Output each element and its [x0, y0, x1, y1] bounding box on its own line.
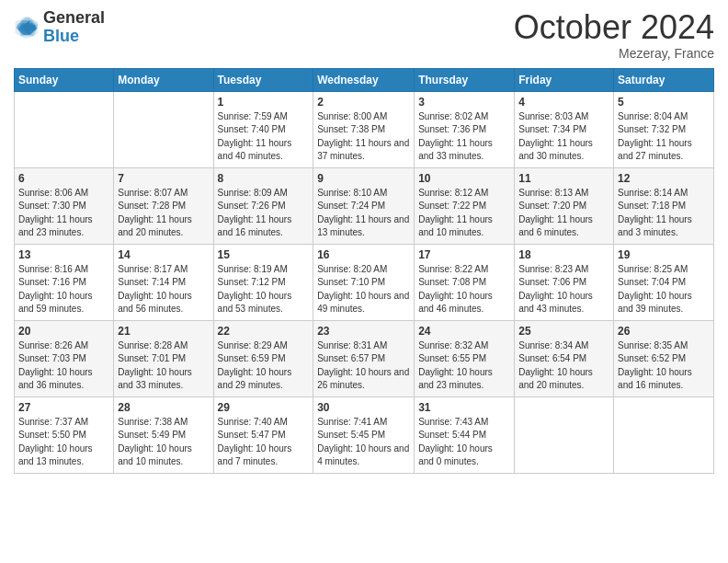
calendar-cell: 24Sunrise: 8:32 AM Sunset: 6:55 PM Dayli… [415, 320, 515, 396]
calendar-cell: 27Sunrise: 7:37 AM Sunset: 5:50 PM Dayli… [15, 396, 114, 473]
day-number: 28 [118, 401, 209, 414]
day-info: Sunrise: 8:16 AM Sunset: 7:16 PM Dayligh… [18, 263, 109, 316]
day-info: Sunrise: 8:14 AM Sunset: 7:18 PM Dayligh… [618, 187, 710, 240]
day-info: Sunrise: 8:23 AM Sunset: 7:06 PM Dayligh… [518, 263, 609, 316]
calendar-cell: 22Sunrise: 8:29 AM Sunset: 6:59 PM Dayli… [213, 320, 313, 396]
day-info: Sunrise: 8:22 AM Sunset: 7:08 PM Dayligh… [418, 263, 510, 316]
day-info: Sunrise: 8:10 AM Sunset: 7:24 PM Dayligh… [317, 187, 410, 240]
day-number: 14 [118, 248, 209, 261]
day-number: 6 [18, 172, 109, 185]
day-info: Sunrise: 8:32 AM Sunset: 6:55 PM Dayligh… [418, 339, 510, 393]
logo-blue-text: Blue [43, 28, 105, 46]
day-number: 31 [418, 401, 510, 414]
calendar: SundayMondayTuesdayWednesdayThursdayFrid… [14, 68, 714, 474]
calendar-cell [114, 91, 213, 167]
day-header-tuesday: Tuesday [213, 68, 313, 91]
day-number: 17 [418, 248, 510, 261]
calendar-cell: 31Sunrise: 7:43 AM Sunset: 5:44 PM Dayli… [415, 396, 515, 473]
week-row-3: 13Sunrise: 8:16 AM Sunset: 7:16 PM Dayli… [15, 244, 714, 320]
day-info: Sunrise: 8:28 AM Sunset: 7:01 PM Dayligh… [118, 339, 209, 393]
day-number: 13 [18, 248, 109, 261]
day-number: 21 [118, 325, 209, 338]
day-number: 3 [418, 96, 510, 109]
day-number: 9 [317, 172, 410, 185]
day-info: Sunrise: 8:07 AM Sunset: 7:28 PM Dayligh… [118, 187, 209, 240]
header-row: SundayMondayTuesdayWednesdayThursdayFrid… [15, 68, 714, 91]
day-number: 24 [418, 325, 510, 338]
day-number: 15 [218, 248, 310, 261]
day-info: Sunrise: 8:20 AM Sunset: 7:10 PM Dayligh… [317, 263, 410, 316]
week-row-5: 27Sunrise: 7:37 AM Sunset: 5:50 PM Dayli… [15, 396, 714, 473]
day-info: Sunrise: 8:06 AM Sunset: 7:30 PM Dayligh… [18, 187, 109, 240]
day-number: 8 [218, 172, 310, 185]
logo-text: General Blue [43, 9, 105, 46]
day-info: Sunrise: 8:17 AM Sunset: 7:14 PM Dayligh… [118, 263, 209, 316]
day-info: Sunrise: 8:13 AM Sunset: 7:20 PM Dayligh… [518, 187, 609, 240]
calendar-cell: 2Sunrise: 8:00 AM Sunset: 7:38 PM Daylig… [313, 91, 415, 167]
day-number: 20 [18, 325, 109, 338]
calendar-cell: 16Sunrise: 8:20 AM Sunset: 7:10 PM Dayli… [313, 244, 415, 320]
calendar-cell: 30Sunrise: 7:41 AM Sunset: 5:45 PM Dayli… [313, 396, 415, 473]
calendar-cell: 6Sunrise: 8:06 AM Sunset: 7:30 PM Daylig… [15, 167, 114, 244]
location: Mezeray, France [514, 46, 714, 61]
calendar-cell: 8Sunrise: 8:09 AM Sunset: 7:26 PM Daylig… [213, 167, 313, 244]
day-info: Sunrise: 7:43 AM Sunset: 5:44 PM Dayligh… [418, 416, 510, 469]
calendar-cell: 29Sunrise: 7:40 AM Sunset: 5:47 PM Dayli… [213, 396, 313, 473]
day-number: 16 [317, 248, 410, 261]
header: General Blue October 2024 Mezeray, Franc… [14, 9, 714, 61]
day-header-sunday: Sunday [15, 68, 114, 91]
calendar-cell: 3Sunrise: 8:02 AM Sunset: 7:36 PM Daylig… [415, 91, 515, 167]
day-info: Sunrise: 8:04 AM Sunset: 7:32 PM Dayligh… [618, 110, 710, 164]
calendar-cell: 28Sunrise: 7:38 AM Sunset: 5:49 PM Dayli… [114, 396, 213, 473]
calendar-cell: 14Sunrise: 8:17 AM Sunset: 7:14 PM Dayli… [114, 244, 213, 320]
day-info: Sunrise: 7:38 AM Sunset: 5:49 PM Dayligh… [118, 416, 209, 469]
calendar-cell: 11Sunrise: 8:13 AM Sunset: 7:20 PM Dayli… [515, 167, 614, 244]
day-number: 19 [618, 248, 710, 261]
day-number: 29 [218, 401, 310, 414]
day-info: Sunrise: 8:12 AM Sunset: 7:22 PM Dayligh… [418, 187, 510, 240]
month-title: October 2024 [514, 9, 714, 46]
day-number: 10 [418, 172, 510, 185]
calendar-cell [515, 396, 614, 473]
day-info: Sunrise: 8:09 AM Sunset: 7:26 PM Dayligh… [218, 187, 310, 240]
calendar-cell [614, 396, 714, 473]
day-number: 23 [317, 325, 410, 338]
calendar-cell: 1Sunrise: 7:59 AM Sunset: 7:40 PM Daylig… [213, 91, 313, 167]
week-row-2: 6Sunrise: 8:06 AM Sunset: 7:30 PM Daylig… [15, 167, 714, 244]
calendar-cell: 19Sunrise: 8:25 AM Sunset: 7:04 PM Dayli… [614, 244, 714, 320]
logo: General Blue [14, 9, 105, 46]
calendar-cell: 23Sunrise: 8:31 AM Sunset: 6:57 PM Dayli… [313, 320, 415, 396]
day-number: 30 [317, 401, 410, 414]
day-info: Sunrise: 7:37 AM Sunset: 5:50 PM Dayligh… [18, 416, 109, 469]
day-number: 5 [618, 96, 710, 109]
calendar-cell: 26Sunrise: 8:35 AM Sunset: 6:52 PM Dayli… [614, 320, 714, 396]
day-info: Sunrise: 8:34 AM Sunset: 6:54 PM Dayligh… [518, 339, 609, 393]
title-block: October 2024 Mezeray, France [514, 9, 714, 61]
day-info: Sunrise: 8:19 AM Sunset: 7:12 PM Dayligh… [218, 263, 310, 316]
day-info: Sunrise: 8:25 AM Sunset: 7:04 PM Dayligh… [618, 263, 710, 316]
day-header-thursday: Thursday [415, 68, 515, 91]
day-header-friday: Friday [515, 68, 614, 91]
calendar-cell: 18Sunrise: 8:23 AM Sunset: 7:06 PM Dayli… [515, 244, 614, 320]
day-number: 1 [218, 96, 310, 109]
day-info: Sunrise: 7:59 AM Sunset: 7:40 PM Dayligh… [218, 110, 310, 164]
day-info: Sunrise: 8:31 AM Sunset: 6:57 PM Dayligh… [317, 339, 410, 393]
day-info: Sunrise: 8:03 AM Sunset: 7:34 PM Dayligh… [518, 110, 609, 164]
day-number: 4 [518, 96, 609, 109]
day-number: 18 [518, 248, 609, 261]
calendar-header: SundayMondayTuesdayWednesdayThursdayFrid… [15, 68, 714, 91]
day-info: Sunrise: 7:40 AM Sunset: 5:47 PM Dayligh… [218, 416, 310, 469]
calendar-cell: 5Sunrise: 8:04 AM Sunset: 7:32 PM Daylig… [614, 91, 714, 167]
day-number: 12 [618, 172, 710, 185]
day-number: 25 [518, 325, 609, 338]
calendar-cell: 9Sunrise: 8:10 AM Sunset: 7:24 PM Daylig… [313, 167, 415, 244]
day-info: Sunrise: 8:00 AM Sunset: 7:38 PM Dayligh… [317, 110, 410, 164]
day-number: 27 [18, 401, 109, 414]
day-number: 7 [118, 172, 209, 185]
page: General Blue October 2024 Mezeray, Franc… [0, 0, 728, 563]
day-header-saturday: Saturday [614, 68, 714, 91]
calendar-cell: 17Sunrise: 8:22 AM Sunset: 7:08 PM Dayli… [415, 244, 515, 320]
calendar-cell: 4Sunrise: 8:03 AM Sunset: 7:34 PM Daylig… [515, 91, 614, 167]
calendar-body: 1Sunrise: 7:59 AM Sunset: 7:40 PM Daylig… [15, 91, 714, 473]
calendar-cell: 10Sunrise: 8:12 AM Sunset: 7:22 PM Dayli… [415, 167, 515, 244]
